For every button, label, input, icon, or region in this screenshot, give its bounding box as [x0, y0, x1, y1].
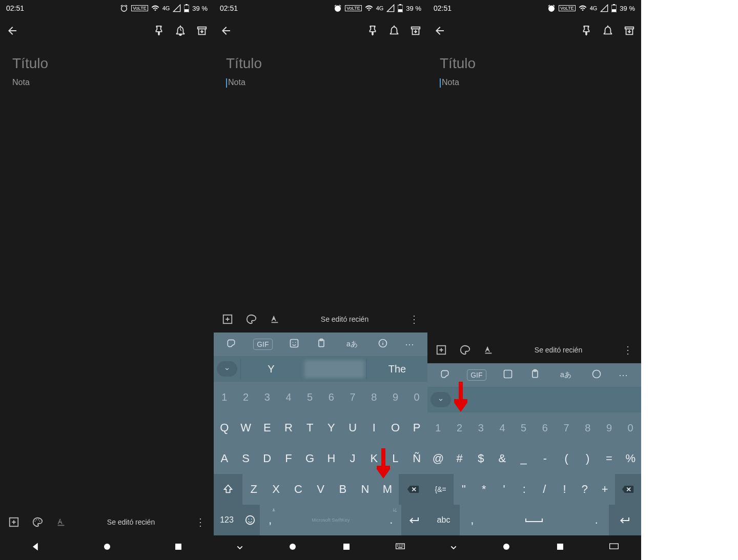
kb-lang-button[interactable]: aあ [343, 339, 361, 350]
key-q[interactable]: Q [214, 412, 235, 443]
key-t[interactable]: T [299, 412, 321, 443]
nav-back[interactable] [236, 543, 244, 553]
nav-keyboard-hide[interactable] [395, 543, 405, 553]
reminder-button[interactable] [175, 25, 186, 36]
note-content[interactable]: Título Nota [214, 45, 427, 306]
key-comma[interactable]: , [260, 505, 280, 535]
text-format-button[interactable] [269, 314, 280, 325]
key-8[interactable]: 8 [577, 412, 599, 443]
pin-button[interactable] [153, 25, 165, 36]
key-2[interactable]: 2 [235, 382, 257, 412]
nav-home[interactable] [102, 542, 112, 553]
key-lparen[interactable]: ( [556, 443, 577, 474]
key-b[interactable]: B [332, 474, 354, 505]
suggestion-3[interactable]: The [366, 359, 427, 379]
key-enye[interactable]: Ñ [406, 443, 427, 474]
palette-button[interactable] [459, 344, 470, 356]
key-m[interactable]: M [376, 474, 398, 505]
key-bang[interactable]: ! [555, 474, 575, 505]
key-abc[interactable]: abc [427, 505, 460, 535]
nav-back[interactable] [449, 543, 458, 553]
key-g[interactable]: G [299, 443, 321, 474]
add-button[interactable] [436, 344, 447, 356]
nav-recent[interactable] [556, 542, 565, 553]
nav-keyboard-hide[interactable] [609, 543, 619, 553]
key-0[interactable]: 0 [406, 382, 427, 412]
key-3[interactable]: 3 [256, 382, 278, 412]
more-button[interactable]: ⋮ [409, 313, 419, 325]
key-u[interactable]: U [342, 412, 363, 443]
key-rparen[interactable]: ) [577, 443, 599, 474]
kb-expand-button[interactable] [217, 361, 237, 377]
back-button[interactable] [220, 25, 232, 37]
nav-back[interactable] [31, 542, 40, 553]
key-5[interactable]: 5 [299, 382, 321, 412]
kb-copilot-icon[interactable] [226, 338, 236, 350]
key-dash[interactable]: - [535, 443, 556, 474]
suggestion-2[interactable] [303, 360, 364, 378]
key-1[interactable]: 1 [427, 412, 449, 443]
more-button[interactable]: ⋮ [623, 344, 633, 356]
archive-button[interactable] [410, 25, 421, 36]
title-input[interactable]: Título [12, 55, 201, 72]
kb-clipboard-icon[interactable] [530, 369, 540, 381]
key-6[interactable]: 6 [535, 412, 556, 443]
key-comma[interactable]: , [460, 505, 484, 535]
reminder-button[interactable] [388, 25, 400, 36]
key-underscore[interactable]: _ [513, 443, 535, 474]
kb-expand-button[interactable] [430, 392, 451, 407]
key-percent[interactable]: % [620, 443, 641, 474]
key-0[interactable]: 0 [620, 412, 641, 443]
key-emoji[interactable] [240, 505, 260, 535]
key-dollar[interactable]: $ [470, 443, 491, 474]
kb-sticker-icon[interactable] [503, 369, 513, 381]
add-button[interactable] [222, 314, 233, 325]
key-o[interactable]: O [385, 412, 406, 443]
key-4[interactable]: 4 [491, 412, 513, 443]
key-enter[interactable] [609, 505, 641, 535]
body-input[interactable]: Nota [12, 78, 201, 87]
key-r[interactable]: R [278, 412, 299, 443]
archive-button[interactable] [624, 25, 635, 36]
text-format-button[interactable] [483, 344, 494, 356]
key-n[interactable]: N [354, 474, 376, 505]
key-squote[interactable]: ' [494, 474, 514, 505]
kb-more-button[interactable]: ⋯ [619, 369, 629, 381]
kb-copilot-icon[interactable] [440, 369, 450, 381]
key-3[interactable]: 3 [470, 412, 491, 443]
key-space[interactable]: Microsoft SwiftKey [280, 505, 381, 535]
kb-clipboard-icon[interactable] [316, 338, 326, 350]
add-button[interactable] [8, 516, 19, 528]
key-h[interactable]: H [321, 443, 342, 474]
key-enter[interactable] [401, 505, 427, 535]
key-x[interactable]: X [265, 474, 287, 505]
key-6[interactable]: 6 [321, 382, 342, 412]
kb-info-icon[interactable] [591, 369, 602, 381]
kb-sticker-icon[interactable] [289, 338, 299, 350]
title-input[interactable]: Título [226, 55, 415, 72]
key-w[interactable]: W [235, 412, 257, 443]
reminder-button[interactable] [602, 25, 613, 36]
kb-gif-button[interactable]: GIF [467, 369, 486, 381]
key-colon[interactable]: : [514, 474, 534, 505]
kb-info-icon[interactable] [378, 338, 388, 350]
key-8[interactable]: 8 [363, 382, 385, 412]
kb-lang-button[interactable]: aあ [557, 369, 575, 381]
key-k[interactable]: K [363, 443, 385, 474]
key-i[interactable]: I [363, 412, 385, 443]
key-star[interactable]: * [474, 474, 494, 505]
nav-home[interactable] [502, 542, 511, 553]
key-c[interactable]: C [287, 474, 309, 505]
body-input[interactable]: Nota [440, 78, 629, 88]
key-l[interactable]: L [385, 443, 406, 474]
key-slash[interactable]: / [535, 474, 555, 505]
archive-button[interactable] [196, 25, 208, 36]
note-content[interactable]: Título Nota [427, 45, 641, 337]
key-plus[interactable]: + [595, 474, 615, 505]
key-equals[interactable]: = [599, 443, 620, 474]
key-z[interactable]: Z [242, 474, 264, 505]
nav-recent[interactable] [342, 542, 351, 553]
title-input[interactable]: Título [440, 55, 629, 72]
key-e[interactable]: E [256, 412, 278, 443]
pin-button[interactable] [367, 25, 378, 36]
